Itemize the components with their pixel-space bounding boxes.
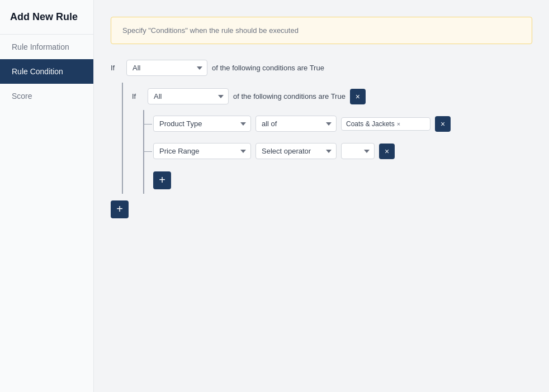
price-range-field-select[interactable]: Price Range (153, 143, 251, 159)
main-content: Specify "Conditions" when the rule shoul… (94, 0, 549, 392)
outer-conditions-text: of the following conditions are True (212, 64, 324, 72)
sidebar: Add New Rule Rule Information Rule Condi… (0, 0, 94, 392)
nested-if-row: If All Any of the following conditions a… (123, 83, 532, 110)
sidebar-item-score[interactable]: Score (0, 84, 93, 108)
outer-all-select[interactable]: All Any (126, 60, 207, 76)
sidebar-item-rule-condition[interactable]: Rule Condition (0, 59, 93, 84)
info-box: Specify "Conditions" when the rule shoul… (111, 17, 532, 44)
coats-jackets-tag: Coats & Jackets × (346, 120, 400, 128)
nested-all-select[interactable]: All Any (148, 88, 229, 104)
outer-if-label: If (111, 64, 122, 72)
price-range-mini-select[interactable] (341, 143, 375, 159)
product-type-tag-input[interactable]: Coats & Jackets × (341, 117, 430, 131)
nested-if-label: If (132, 92, 143, 101)
price-range-operator-select[interactable]: Select operator equals greater than less… (255, 143, 337, 159)
condition-row-price-range: Price Range Select operator equals great… (144, 137, 532, 165)
nested-add-condition-button[interactable]: + (153, 171, 171, 189)
product-type-operator-select[interactable]: all of any of none of (255, 116, 337, 132)
nested-remove-button[interactable]: × (350, 89, 366, 104)
conditions-container: Product Type all of any of none of Coats… (143, 110, 532, 194)
page-title: Add New Rule (0, 0, 93, 34)
nested-conditions-text: of the following conditions are True (233, 92, 346, 101)
outer-add-condition-button[interactable]: + (111, 200, 129, 218)
coats-jackets-tag-remove[interactable]: × (397, 121, 400, 127)
price-range-remove-button[interactable]: × (379, 144, 395, 159)
outer-add-row: + (111, 200, 532, 218)
nested-add-row: + (144, 165, 532, 194)
product-type-remove-button[interactable]: × (435, 116, 451, 132)
rule-condition-section: If All Any of the following conditions a… (111, 60, 532, 218)
nested-block: If All Any of the following conditions a… (122, 83, 532, 194)
outer-if-row: If All Any of the following conditions a… (111, 60, 532, 76)
condition-row-product-type: Product Type all of any of none of Coats… (144, 110, 532, 137)
product-type-field-select[interactable]: Product Type (153, 116, 251, 132)
sidebar-item-rule-information[interactable]: Rule Information (0, 35, 93, 59)
